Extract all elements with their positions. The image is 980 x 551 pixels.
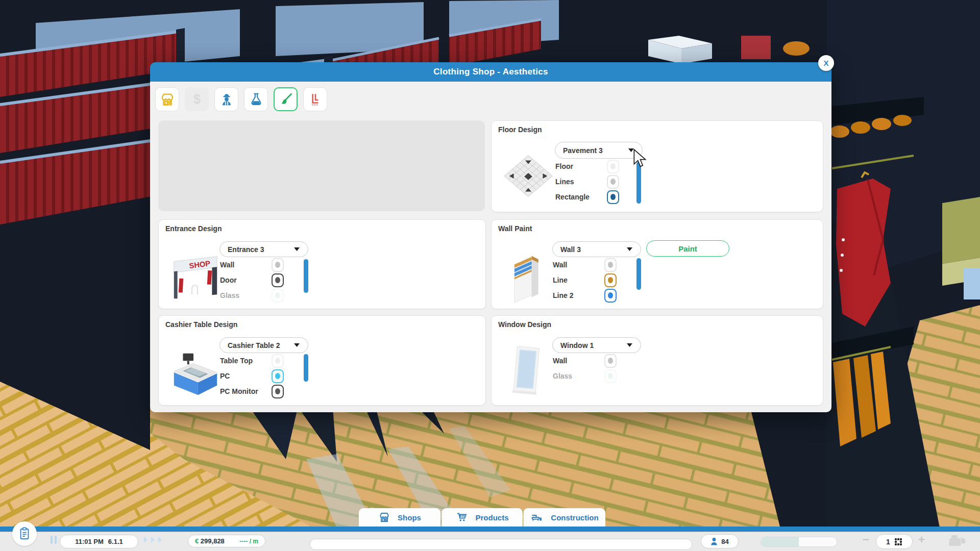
bulldozer-icon[interactable] [945,533,968,550]
bottom-bar: 11:01 PM 6.1.1 € 299,828 ---- / m 84 − 1… [0,532,980,551]
tab-aesthetics[interactable] [274,87,298,111]
color-swatch[interactable] [272,385,284,398]
option-row: Glass [220,288,284,303]
chevron-down-icon [293,343,300,347]
color-swatch[interactable] [607,190,619,204]
chevron-down-icon [626,247,633,252]
option-label: Rectangle [555,193,607,201]
wall-sample-icon [501,246,556,304]
dropdown-value: Window 1 [560,341,594,349]
money-amount: 299,828 [201,537,225,545]
option-row: Line [553,272,617,288]
tab-construction[interactable]: Construction [523,508,605,527]
tab-label: Shops [398,513,421,522]
option-label: Door [220,276,272,284]
dropdown-value: Wall 3 [560,245,581,254]
tab-products[interactable]: Products [442,508,523,527]
color-swatch[interactable] [272,369,284,383]
color-swatch[interactable] [272,258,284,272]
dropdown-value: Entrance 3 [228,245,264,254]
option-label: Floor [555,162,607,170]
panel-wall-paint: Wall Paint Wall 3 Paint Wall Line [491,219,823,309]
zoom-slider[interactable] [761,537,837,547]
option-label: Table Top [220,357,272,365]
color-swatch[interactable] [272,289,284,303]
fast-forward-icon[interactable] [143,537,163,543]
option-row: Glass [553,368,617,384]
color-swatch[interactable] [604,354,617,368]
grid-icon [894,538,902,546]
option-label: Line 2 [553,291,604,299]
option-row: Lines [555,174,619,189]
shop-icon [160,92,175,107]
wall-style-dropdown[interactable]: Wall 3 [552,241,641,257]
mouse-cursor [633,149,648,168]
tab-staff[interactable] [214,87,238,111]
option-row: Door [220,272,284,288]
option-row: Table Top [220,353,284,368]
floor-style-dropdown[interactable]: Pavement 3 [555,142,643,159]
option-label: Glass [553,372,604,380]
chevron-down-icon [626,343,633,347]
color-scrollbar[interactable] [304,354,308,382]
color-swatch[interactable] [272,273,284,287]
floor-down-button[interactable]: − [863,533,869,546]
panel-title: Cashier Table Design [165,320,237,329]
panel-entrance-design: Entrance Design SHOP Entrance 3 Wall Doo… [158,219,486,309]
population-count: 84 [721,538,728,545]
option-label: Line [553,276,604,284]
entrance-style-dropdown[interactable]: Entrance 3 [219,241,308,257]
close-button[interactable]: X [818,55,834,71]
color-scrollbar[interactable] [304,259,308,293]
money-display[interactable]: € 299,828 ---- / m [188,535,265,547]
clock-time: 11:01 PM [75,538,104,545]
color-swatch[interactable] [604,273,617,287]
tab-shop[interactable] [155,87,179,111]
panel-title: Wall Paint [498,224,532,233]
preview-area [158,120,485,211]
panel-title: Entrance Design [165,224,222,233]
population-counter[interactable]: 84 [701,534,739,548]
bottom-tab-bar: Shops Products Construction [0,508,980,527]
window-pane-icon [501,342,556,399]
time-display[interactable]: 11:01 PM 6.1.1 [60,535,138,548]
color-swatch[interactable] [604,258,617,272]
tab-label: Construction [551,513,598,522]
svg-text:$: $ [193,92,200,106]
construction-icon [530,511,544,523]
game-date: 6.1.1 [108,538,123,545]
tasks-button[interactable] [12,521,37,546]
color-swatch[interactable] [272,354,284,368]
cashier-table-icon [168,342,223,399]
paint-brush-icon [278,92,293,107]
option-row: Line 2 [553,288,617,303]
window-style-dropdown[interactable]: Window 1 [552,337,641,353]
tab-shops[interactable]: Shops [359,508,440,527]
color-swatch[interactable] [604,289,617,303]
tab-finances[interactable]: $ [185,87,209,111]
panel-title: Window Design [498,320,551,329]
color-swatch[interactable] [607,160,619,173]
dialog-toolbar: $ [155,87,327,111]
dialog-title: Clothing Shop - Aesthetics [150,62,831,82]
pause-icon[interactable] [51,536,57,544]
floor-tile-icon [501,147,556,205]
blueprint-ruler-icon [308,92,323,107]
dropdown-value: Cashier Table 2 [228,341,280,349]
option-row: Wall [553,257,617,272]
money-rate: ---- / m [239,538,258,545]
staff-icon [219,92,234,107]
shop-icon [378,511,390,523]
floor-level-display[interactable]: 1 [876,534,913,549]
bottom-accent-strip [0,527,980,532]
tab-research[interactable] [244,87,268,111]
paint-button[interactable]: Paint [646,240,729,257]
floor-up-button[interactable]: + [918,533,925,546]
color-swatch[interactable] [604,369,617,383]
tab-label: Products [475,513,508,522]
color-scrollbar[interactable] [636,258,641,290]
cashier-style-dropdown[interactable]: Cashier Table 2 [219,337,308,353]
tab-blueprint[interactable] [303,87,327,111]
dropdown-value: Pavement 3 [563,146,603,155]
color-swatch[interactable] [607,175,619,189]
